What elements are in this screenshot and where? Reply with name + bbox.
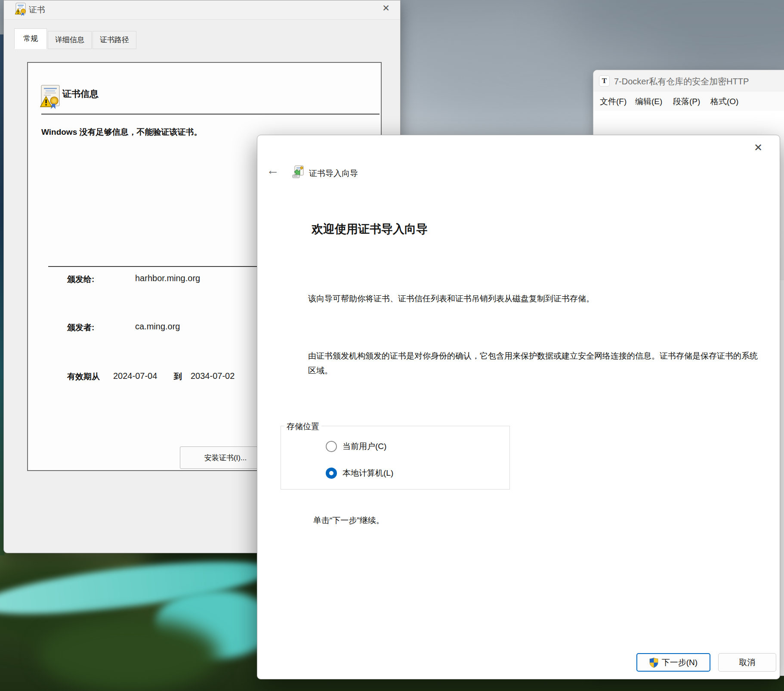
certificate-import-wizard: ✕ ← 证书导入向导 欢迎使用证书导入向导 该向导可帮助你将证书、证书信任列表和… [257, 135, 780, 679]
certificate-warning-text: Windows 没有足够信息，不能验证该证书。 [41, 127, 202, 138]
back-arrow-icon[interactable]: ← [263, 162, 282, 179]
certificate-dialog-title: 证书 [29, 4, 45, 15]
issued-by-label: 颁发者: [67, 322, 94, 333]
cancel-button[interactable]: 取消 [718, 653, 776, 672]
editor-window-title: 7-Docker私有仓库的安全加密HTTP [614, 76, 749, 87]
radio-local-machine[interactable]: 本地计算机(L) [326, 468, 393, 479]
menu-format[interactable]: 格式(O) [710, 96, 738, 107]
separator [41, 114, 380, 115]
next-button-label: 下一步(N) [662, 657, 698, 668]
certificate-info-heading: 证书信息 [62, 88, 99, 100]
certificate-dialog-titlebar[interactable]: 证书 ✕ [4, 0, 400, 20]
wizard-close-icon[interactable]: ✕ [750, 139, 767, 156]
certificate-tabs: 常规 详细信息 证书路径 [14, 29, 137, 49]
next-button[interactable]: 下一步(N) [636, 653, 710, 672]
menu-file[interactable]: 文件(F) [600, 96, 627, 107]
wizard-description-paragraph: 由证书颁发机构颁发的证书是对你身份的确认，它包含用来保护数据或建立安全网络连接的… [308, 349, 758, 378]
store-location-label: 存储位置 [284, 421, 321, 432]
valid-to-word: 到 [174, 371, 182, 382]
editor-menubar: 文件(F) 编辑(E) 段落(P) 格式(O) [593, 92, 784, 111]
wizard-intro-paragraph: 该向导可帮助你将证书、证书信任列表和证书吊销列表从磁盘复制到证书存储。 [308, 293, 769, 304]
issued-by-value: ca.ming.org [135, 322, 180, 332]
radio-local-machine-label[interactable]: 本地计算机(L) [343, 468, 393, 479]
radio-local-machine-circle[interactable] [326, 468, 337, 479]
radio-current-user-label[interactable]: 当前用户(C) [343, 441, 386, 452]
menu-edit[interactable]: 编辑(E) [635, 96, 662, 107]
certificate-import-icon [291, 165, 305, 179]
wizard-header-title: 证书导入向导 [309, 168, 358, 179]
wizard-welcome-heading: 欢迎使用证书导入向导 [312, 221, 428, 237]
cancel-button-label: 取消 [739, 657, 756, 668]
issued-to-value: harhbor.ming.org [135, 273, 200, 283]
radio-current-user[interactable]: 当前用户(C) [326, 441, 386, 452]
valid-to-value: 2034-07-02 [191, 371, 235, 381]
certificate-close-icon[interactable]: ✕ [379, 1, 393, 15]
desktop: 证书 ✕ 常规 详细信息 证书路径 [0, 0, 784, 691]
valid-from-value: 2024-07-04 [113, 371, 157, 381]
radio-current-user-circle[interactable] [326, 441, 337, 452]
tab-certification-path[interactable]: 证书路径 [93, 31, 136, 49]
menu-paragraph[interactable]: 段落(P) [673, 96, 700, 107]
validity-label: 有效期从 [67, 371, 100, 382]
certificate-warning-icon [14, 3, 27, 16]
issued-to-label: 颁发给: [67, 274, 94, 285]
text-editor-icon: T [599, 75, 610, 87]
editor-titlebar[interactable]: T 7-Docker私有仓库的安全加密HTTP [593, 70, 784, 92]
wizard-continue-hint: 单击“下一步”继续。 [313, 515, 384, 526]
tab-general[interactable]: 常规 [14, 28, 47, 49]
certificate-info-icon [40, 84, 61, 110]
tab-details[interactable]: 详细信息 [48, 31, 92, 49]
store-location-group: 存储位置 当前用户(C) 本地计算机(L) [281, 426, 510, 490]
uac-shield-icon [649, 657, 658, 668]
